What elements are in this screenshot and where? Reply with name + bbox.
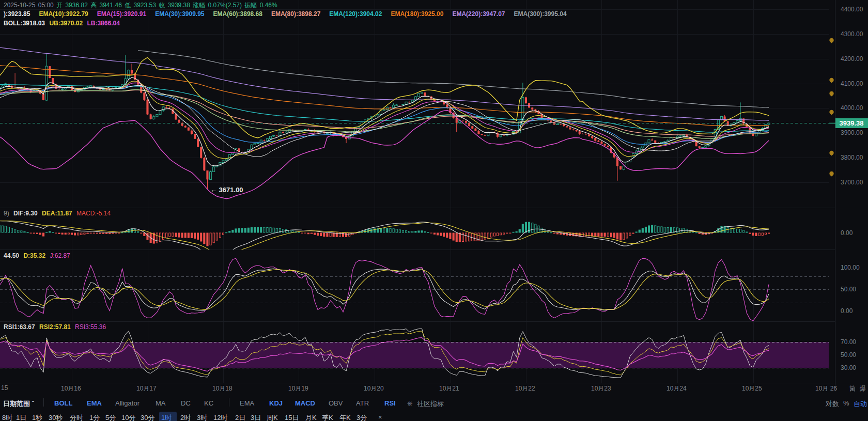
svg-text:100.00: 100.00 <box>841 264 860 271</box>
svg-text:← 3671.00: ← 3671.00 <box>210 186 243 194</box>
svg-text:70.00: 70.00 <box>841 338 856 346</box>
svg-text:3700.00: 3700.00 <box>841 179 863 186</box>
svg-text:4000.00: 4000.00 <box>841 104 863 112</box>
svg-text:4400.00: 4400.00 <box>841 6 863 13</box>
svg-text:3800.00: 3800.00 <box>841 154 863 161</box>
svg-text:50.00: 50.00 <box>841 351 856 358</box>
svg-text:0.00: 0.00 <box>841 229 853 237</box>
svg-text:3939.38: 3939.38 <box>840 119 864 127</box>
svg-text:4300.00: 4300.00 <box>841 30 863 38</box>
svg-text:0.00: 0.00 <box>841 307 853 315</box>
svg-text:4100.00: 4100.00 <box>841 80 863 87</box>
svg-text:30.00: 30.00 <box>841 364 856 371</box>
svg-text:3900.00: 3900.00 <box>841 129 863 136</box>
svg-text:4200.00: 4200.00 <box>841 55 863 63</box>
svg-text:50.00: 50.00 <box>841 286 856 293</box>
